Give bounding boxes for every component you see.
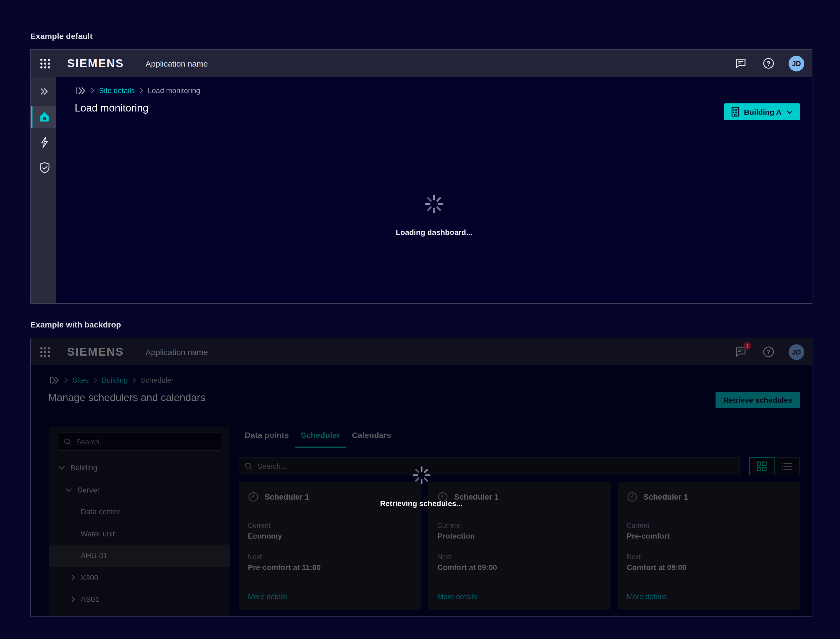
dashboard-loading-indicator: Loading dashboard... xyxy=(56,193,812,237)
user-avatar[interactable]: JD xyxy=(789,56,804,71)
example-default-label: Example default xyxy=(30,32,92,41)
app-switcher-icon xyxy=(40,58,51,69)
breadcrumb: Site details Load monitoring xyxy=(76,87,800,95)
help-button[interactable]: ? xyxy=(761,55,776,72)
spinner-icon xyxy=(411,465,432,486)
site-selector-button[interactable]: Building A xyxy=(724,103,800,120)
double-chevron-right-icon xyxy=(39,88,48,95)
help-icon: ? xyxy=(762,57,775,69)
shield-check-icon xyxy=(39,162,50,174)
loading-text: Loading dashboard... xyxy=(395,228,472,237)
schedules-loading-indicator: Retrieving schedules... xyxy=(31,465,812,508)
chevron-down-icon xyxy=(786,110,793,114)
page-content: Site details Load monitoring Load monito… xyxy=(56,77,812,304)
primary-navigation-sidebar xyxy=(31,77,56,304)
spinner-icon xyxy=(423,193,445,215)
building-icon xyxy=(731,106,739,117)
sidebar-expand-button[interactable] xyxy=(31,81,56,102)
breadcrumb-link-site-details[interactable]: Site details xyxy=(99,87,135,95)
example-backdrop-label: Example with backdrop xyxy=(30,320,121,329)
application-name: Application name xyxy=(146,59,208,68)
example-default-frame: SIEMENS Application name ? JD xyxy=(30,49,812,304)
siemens-logo: SIEMENS xyxy=(67,57,124,70)
breadcrumb-separator-icon xyxy=(139,88,143,94)
design-examples-page: Example default SIEMENS Application name xyxy=(0,0,840,639)
svg-text:?: ? xyxy=(767,60,771,67)
site-selector-label: Building A xyxy=(744,107,781,116)
lightning-bolt-icon xyxy=(39,137,50,148)
sidebar-item-security[interactable] xyxy=(31,157,56,179)
home-icon xyxy=(38,111,50,123)
app-switcher-button[interactable] xyxy=(37,56,53,71)
example-backdrop-frame: SIEMENS Application name 1 ? JD xyxy=(30,338,812,617)
feedback-chat-icon xyxy=(735,58,746,69)
breadcrumb-current: Load monitoring xyxy=(148,87,200,95)
app-header: SIEMENS Application name ? JD xyxy=(31,50,812,77)
breadcrumb-separator-icon xyxy=(91,88,95,94)
breadcrumb-root-icon[interactable] xyxy=(76,87,86,95)
page-title: Load monitoring xyxy=(75,102,800,114)
sidebar-item-home[interactable] xyxy=(31,106,56,128)
loading-text: Retrieving schedules... xyxy=(380,499,463,508)
sidebar-item-energy[interactable] xyxy=(31,132,56,153)
feedback-button[interactable] xyxy=(733,56,748,71)
